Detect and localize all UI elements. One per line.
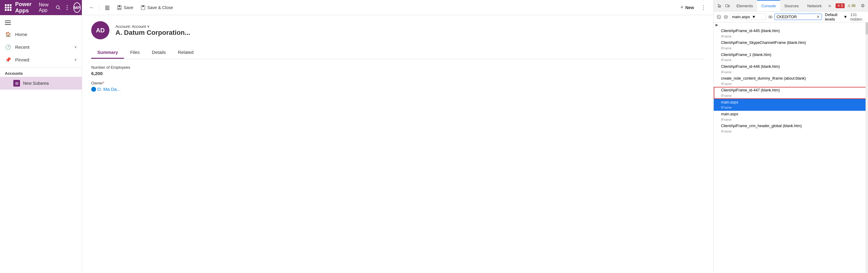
employees-value: 6,200: [91, 71, 704, 76]
tab-details[interactable]: Details: [146, 46, 172, 59]
sidebar-item-recent-label: Recent: [15, 44, 71, 49]
item-main-text: ClientApiFrame_id-447 (blank.htm): [721, 88, 865, 93]
hamburger-icon: [5, 21, 11, 25]
cmd-divider: [99, 4, 99, 11]
save-close-button[interactable]: Save & Close: [137, 3, 176, 12]
list-item[interactable]: ClientApiFrame_crm_header_global (blank.…: [714, 123, 868, 134]
list-item[interactable]: create_note_content_dummy_iframe (about:…: [714, 75, 868, 87]
svg-rect-4: [105, 8, 110, 9]
sidebar-item-pinned[interactable]: 📌 Pinned ∨: [0, 53, 82, 66]
list-item-selected[interactable]: main.aspx IFrame: [714, 99, 868, 111]
filter-input-wrap[interactable]: ✕: [774, 13, 822, 20]
filter-input[interactable]: [776, 14, 815, 19]
filter-clear-button[interactable]: ✕: [816, 14, 820, 19]
list-item[interactable]: ClientApiFrame_SkypeChannelIFrame (blank…: [714, 39, 868, 51]
eye-icon[interactable]: [767, 13, 773, 21]
device-toolbar-icon[interactable]: [724, 2, 731, 9]
field-owner: Owner* O. Ma Da...: [91, 81, 704, 92]
more-options-button[interactable]: ⋮: [64, 3, 70, 12]
svg-rect-16: [725, 16, 727, 18]
record-entity-label: Account: Account ∨: [116, 24, 190, 29]
app-title: Power Apps: [15, 1, 32, 14]
devtools-dropdown: ▶ ClientApiFrame_id-445 (blank.htm) IFra…: [714, 23, 868, 273]
devtools-tab-console[interactable]: Console: [757, 0, 780, 11]
item-main-text: main.aspx: [721, 111, 865, 117]
record-header: AD Account: Account ∨ A. Datum Corporati…: [91, 21, 704, 39]
save-button[interactable]: Save: [114, 3, 136, 12]
expand-arrow[interactable]: ▶: [714, 23, 868, 28]
list-item[interactable]: ClientApiFrame_id-447 (blank.htm) IFrame: [714, 87, 868, 99]
warning-count: 96: [851, 4, 856, 8]
sidebar-item-home[interactable]: 🏠 Home: [0, 28, 82, 40]
new-subarea-icon: ⊞: [13, 80, 20, 87]
user-avatar[interactable]: MP: [73, 2, 81, 13]
main-content: ← Save Save & Close: [82, 0, 713, 273]
owner-circle-icon: [91, 87, 96, 92]
context-selector[interactable]: main.aspx ▼: [730, 13, 766, 20]
new-button[interactable]: + New: [677, 2, 697, 12]
levels-chevron-icon: ▼: [843, 14, 847, 19]
list-view-icon-button[interactable]: [102, 3, 113, 12]
list-item[interactable]: ClientApiFrame_id-446 (blank.htm) IFrame: [714, 63, 868, 75]
apps-grid-icon[interactable]: [5, 4, 11, 11]
owner-value[interactable]: O. Ma Da...: [91, 87, 704, 92]
tab-files[interactable]: Files: [124, 46, 146, 59]
list-item[interactable]: main.aspx IFrame: [714, 111, 868, 123]
sidebar: 🏠 Home 🕐 Recent ∨ 📌 Pinned ∨ Accounts ⊞ …: [0, 15, 82, 90]
top-bar: Power Apps New App ⋮ MP: [0, 0, 82, 15]
item-sub-text: IFrame: [721, 70, 865, 75]
settings-icon[interactable]: ⚙: [858, 1, 867, 10]
devtools-toolbar: main.aspx ▼ ✕ Default levels ▼ 131 hidde…: [714, 11, 868, 23]
recent-icon: 🕐: [5, 43, 11, 50]
item-sub-text: IFrame: [721, 46, 865, 51]
levels-label: Default levels: [825, 12, 842, 22]
inspect-element-icon[interactable]: [716, 2, 723, 9]
list-item[interactable]: ClientApiFrame_id-445 (blank.htm) IFrame: [714, 28, 868, 39]
devtools-right-area: ✕ 6 ⚠ 96 ⚙: [836, 1, 867, 10]
required-indicator: *: [103, 81, 104, 86]
sidebar-item-recent[interactable]: 🕐 Recent ∨: [0, 40, 82, 53]
new-subarea-label: New Subarea: [23, 81, 49, 86]
save-label: Save: [124, 5, 133, 10]
item-sub-text: IFrame: [721, 129, 865, 134]
command-bar: ← Save Save & Close: [82, 0, 713, 15]
devtools-left-icons: [715, 2, 732, 9]
tab-summary[interactable]: Summary: [91, 46, 124, 59]
more-tabs-button[interactable]: »: [826, 2, 833, 10]
pinned-chevron-icon: ∨: [74, 58, 77, 62]
tabs-bar: Summary Files Details Related: [91, 46, 704, 59]
error-badge[interactable]: ✕ 6: [836, 3, 845, 8]
more-commands-button[interactable]: ⋮: [698, 2, 709, 13]
levels-selector[interactable]: Default levels ▼: [823, 12, 849, 22]
home-icon: 🏠: [5, 31, 11, 37]
item-sub-text: IFrame: [721, 58, 865, 63]
entity-chevron-icon: ∨: [147, 24, 150, 29]
svg-point-0: [56, 6, 59, 9]
clear-console-icon[interactable]: [716, 13, 722, 21]
context-chevron-icon: ▼: [752, 14, 756, 19]
error-count: 6: [841, 4, 843, 8]
warning-icon: ⚠: [847, 4, 851, 8]
item-main-text: ClientApiFrame_id-446 (blank.htm): [721, 64, 865, 70]
scrollbar-track[interactable]: [866, 23, 868, 273]
scrollbar-thumb[interactable]: [866, 23, 868, 34]
sidebar-item-new-subarea[interactable]: ⊞ New Subarea: [0, 77, 82, 90]
owner-label: Owner*: [91, 81, 704, 86]
employees-label: Number of Employees: [91, 65, 704, 70]
warning-badge[interactable]: ⚠ 96: [846, 3, 857, 8]
error-icon: ✕: [837, 4, 840, 8]
svg-rect-7: [119, 5, 120, 7]
devtools-tab-network[interactable]: Network: [803, 0, 826, 11]
item-main-text: ClientApiFrame_id-445 (blank.htm): [721, 28, 865, 34]
list-item[interactable]: ClientApiFrame_1 (blank.htm) IFrame: [714, 52, 868, 63]
search-button[interactable]: [56, 3, 61, 12]
item-main-text: create_note_content_dummy_iframe (about:…: [721, 76, 865, 81]
stop-icon[interactable]: [723, 13, 729, 21]
devtools-tab-elements[interactable]: Elements: [732, 0, 757, 11]
devtools-tab-sources[interactable]: Sources: [780, 0, 803, 11]
svg-rect-11: [725, 4, 728, 7]
tab-related[interactable]: Related: [172, 46, 200, 59]
svg-line-1: [59, 8, 60, 10]
back-button[interactable]: ←: [87, 3, 97, 12]
sidebar-hamburger-button[interactable]: [0, 18, 82, 28]
